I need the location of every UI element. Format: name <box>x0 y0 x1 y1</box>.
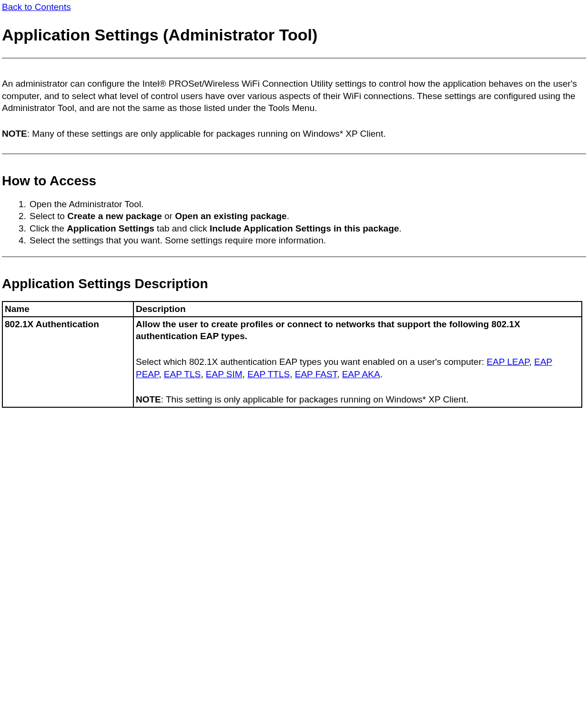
list-item-text: Select the settings that you want. Some … <box>30 235 326 245</box>
how-to-access-list: Open the Administrator Tool. Select to C… <box>2 198 586 247</box>
settings-table: Name Description 802.1X Authentication A… <box>2 301 582 408</box>
list-item-text: . <box>399 223 401 233</box>
setting-name-cell: 802.1X Authentication <box>2 317 133 407</box>
divider <box>2 153 586 154</box>
list-item-text: or <box>162 211 175 221</box>
table-header-description: Description <box>133 302 582 317</box>
list-item-text: . <box>287 211 289 221</box>
desc-bold-text: Allow the user to create profiles or con… <box>136 318 579 342</box>
intro-paragraph: An administrator can configure the Intel… <box>2 78 586 114</box>
list-item-bold: Include Application Settings in this pac… <box>210 223 399 233</box>
divider <box>2 58 586 59</box>
list-item-text: Click the <box>30 223 67 233</box>
list-item: Open the Administrator Tool. <box>29 198 586 211</box>
eap-tls-link[interactable]: EAP TLS <box>164 369 201 379</box>
list-item-text: Open the Administrator Tool. <box>30 199 143 209</box>
desc-pre-text: Select which 802.1X authentication EAP t… <box>136 357 487 367</box>
list-item-bold: Create a new package <box>67 211 162 221</box>
eap-aka-link[interactable]: EAP AKA <box>342 369 380 379</box>
table-header-row: Name Description <box>2 302 582 317</box>
eap-ttls-link[interactable]: EAP TTLS <box>247 369 290 379</box>
eap-fast-link[interactable]: EAP FAST <box>295 369 337 379</box>
how-to-access-heading: How to Access <box>2 173 586 189</box>
list-item-bold: Application Settings <box>67 223 154 233</box>
app-settings-desc-heading: Application Settings Description <box>2 276 586 292</box>
list-item: Select the settings that you want. Some … <box>29 234 586 247</box>
setting-description-cell: Allow the user to create profiles or con… <box>133 317 582 407</box>
eap-leap-link[interactable]: EAP LEAP <box>487 357 529 367</box>
note-text: : Many of these settings are only applic… <box>27 129 386 139</box>
list-item: Select to Create a new package or Open a… <box>29 210 586 222</box>
list-item-bold: Open an existing package <box>175 211 286 221</box>
list-item-text: Select to <box>30 211 67 221</box>
note-paragraph: NOTE: Many of these settings are only ap… <box>2 128 586 140</box>
desc-note: NOTE: This setting is only applicable fo… <box>136 393 579 406</box>
eap-sim-link[interactable]: EAP SIM <box>206 369 243 379</box>
back-to-contents-link[interactable]: Back to Contents <box>2 2 71 12</box>
table-header-name: Name <box>2 302 133 317</box>
note-label: NOTE <box>136 394 161 404</box>
divider <box>2 256 586 257</box>
note-text: : This setting is only applicable for pa… <box>161 394 469 404</box>
desc-links-para: Select which 802.1X authentication EAP t… <box>136 356 579 380</box>
note-label: NOTE <box>2 129 27 139</box>
table-row: 802.1X Authentication Allow the user to … <box>2 317 582 407</box>
page-title: Application Settings (Administrator Tool… <box>2 26 586 44</box>
list-item-text: tab and click <box>154 223 210 233</box>
list-item: Click the Application Settings tab and c… <box>29 222 586 235</box>
